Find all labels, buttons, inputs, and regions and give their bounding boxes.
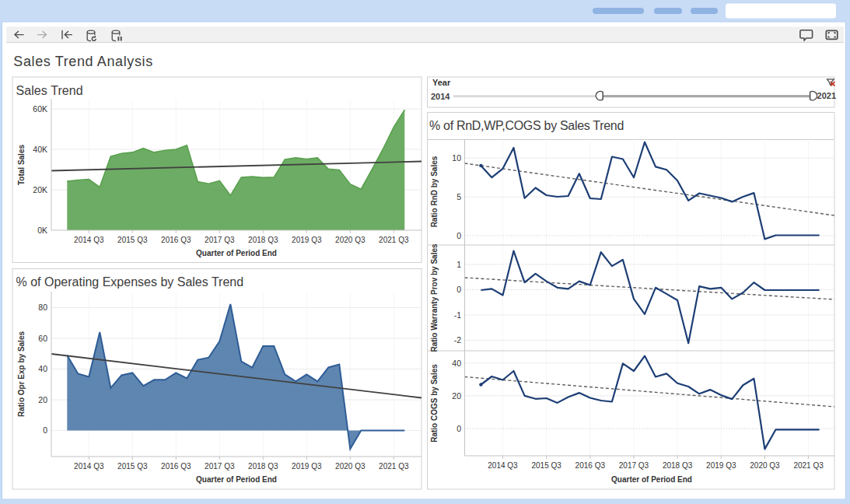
svg-text:60K: 60K — [33, 104, 47, 114]
svg-text:2017 Q3: 2017 Q3 — [205, 236, 235, 244]
svg-text:2014 Q3: 2014 Q3 — [74, 236, 104, 244]
svg-text:2015 Q3: 2015 Q3 — [532, 461, 562, 470]
svg-text:2014 Q3: 2014 Q3 — [488, 461, 518, 470]
svg-text:2016 Q3: 2016 Q3 — [161, 462, 191, 471]
svg-text:20: 20 — [452, 391, 461, 401]
svg-text:Quarter of Period End: Quarter of Period End — [611, 475, 692, 484]
svg-text:5: 5 — [456, 192, 461, 201]
svg-text:20K: 20K — [33, 185, 47, 194]
svg-text:2018 Q3: 2018 Q3 — [248, 236, 278, 244]
svg-text:2017 Q3: 2017 Q3 — [619, 461, 649, 470]
svg-text:2020 Q3: 2020 Q3 — [335, 462, 366, 471]
svg-text:2021: 2021 — [817, 91, 836, 100]
svg-text:80: 80 — [38, 303, 47, 312]
svg-text:2016 Q3: 2016 Q3 — [161, 236, 191, 244]
svg-text:2018 Q3: 2018 Q3 — [248, 462, 278, 471]
svg-text:Total Sales: Total Sales — [17, 145, 26, 185]
svg-text:2017 Q3: 2017 Q3 — [205, 462, 235, 471]
svg-text:2015 Q3: 2015 Q3 — [117, 236, 148, 244]
svg-text:2014 Q3: 2014 Q3 — [74, 462, 104, 471]
svg-text:60: 60 — [38, 334, 47, 343]
svg-text:Sales Trend Analysis: Sales Trend Analysis — [13, 54, 153, 69]
svg-text:Year: Year — [432, 78, 451, 87]
svg-text:2020 Q3: 2020 Q3 — [750, 461, 780, 470]
svg-text:40: 40 — [38, 364, 47, 373]
svg-text:-1: -1 — [454, 310, 461, 320]
svg-text:40: 40 — [452, 359, 461, 368]
svg-text:Quarter of Period End: Quarter of Period End — [196, 249, 277, 257]
svg-text:% of Operating Expenses by Sal: % of Operating Expenses by Sales Trend — [16, 275, 244, 289]
svg-text:2018 Q3: 2018 Q3 — [663, 461, 693, 470]
svg-text:Ratio RnD by Sales: Ratio RnD by Sales — [430, 156, 439, 227]
svg-text:Ratio Warranty Prov by Sales: Ratio Warranty Prov by Sales — [430, 243, 439, 352]
svg-text:1: 1 — [456, 260, 461, 269]
svg-text:Sales Trend: Sales Trend — [16, 84, 83, 97]
svg-text:Ratio COGS by Sales: Ratio COGS by Sales — [430, 364, 439, 443]
svg-text:0: 0 — [43, 425, 47, 435]
svg-text:20: 20 — [38, 395, 47, 404]
svg-text:2014: 2014 — [431, 92, 450, 101]
svg-text:% of RnD,WP,COGS by Sales Tren: % of RnD,WP,COGS by Sales Trend — [429, 119, 624, 132]
svg-text:0: 0 — [456, 285, 461, 294]
svg-text:0: 0 — [456, 424, 461, 433]
svg-text:40K: 40K — [33, 145, 47, 154]
svg-text:2015 Q3: 2015 Q3 — [117, 462, 148, 471]
svg-text:2021 Q3: 2021 Q3 — [379, 236, 409, 244]
svg-text:2021 Q3: 2021 Q3 — [793, 461, 824, 470]
svg-text:0: 0 — [456, 231, 461, 240]
svg-text:Ratio Opr Exp by Sales: Ratio Opr Exp by Sales — [17, 331, 26, 417]
svg-text:10: 10 — [452, 153, 461, 163]
svg-text:0K: 0K — [37, 226, 47, 235]
svg-text:Quarter of Period End: Quarter of Period End — [196, 475, 277, 484]
svg-text:2019 Q3: 2019 Q3 — [292, 462, 322, 471]
svg-text:-2: -2 — [454, 335, 461, 345]
svg-text:2019 Q3: 2019 Q3 — [706, 461, 736, 470]
svg-text:2020 Q3: 2020 Q3 — [335, 236, 366, 244]
svg-text:2019 Q3: 2019 Q3 — [292, 236, 322, 244]
svg-text:2021 Q3: 2021 Q3 — [379, 462, 409, 471]
svg-text:2016 Q3: 2016 Q3 — [575, 461, 606, 470]
